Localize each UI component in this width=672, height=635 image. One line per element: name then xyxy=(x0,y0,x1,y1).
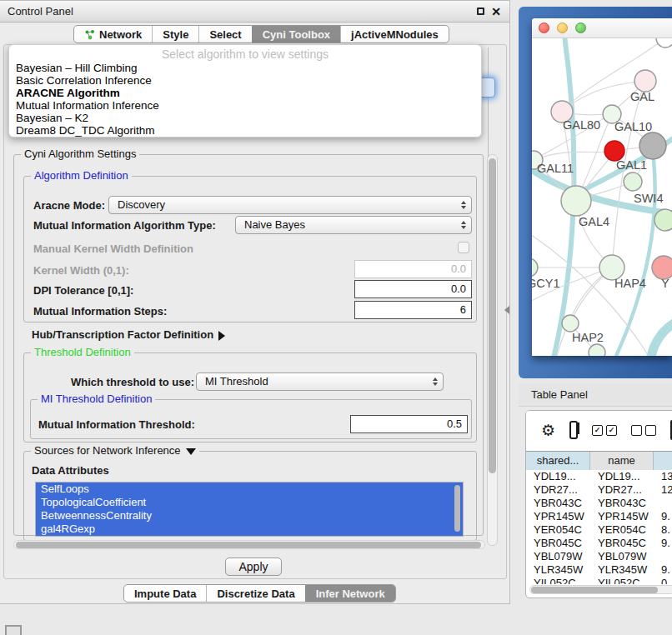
algorithm-option[interactable]: Dream8 DC_TDC Algorithm xyxy=(9,124,481,137)
apply-button[interactable]: Apply xyxy=(225,558,282,576)
stepper-icon xyxy=(461,201,466,209)
kernel-width-field[interactable]: 0.0 xyxy=(354,260,472,278)
close-icon[interactable]: ✕ xyxy=(491,5,501,18)
unchecked-box-icon xyxy=(645,425,656,436)
manual-kernel-checkbox[interactable] xyxy=(458,242,469,253)
network-node-gal[interactable] xyxy=(634,70,656,92)
table-row[interactable]: YDR27...YDR27...12 xyxy=(526,483,672,497)
table-row[interactable]: YER054CYER054C8. xyxy=(526,523,672,537)
node-label-group: GALGAL80GAL10GAL11GAL1SWI4GAL4GCY1HAP4YH… xyxy=(532,90,669,344)
hub-definition-expander[interactable]: Hub/Transcription Factor Definition xyxy=(32,328,225,341)
attribute-list-item[interactable]: BetweennessCentrality xyxy=(36,509,463,522)
deselect-all-checks-icon[interactable] xyxy=(631,425,656,436)
attribute-list-item[interactable]: gal4RGexp xyxy=(36,522,463,536)
settings-vertical-scrollbar[interactable] xyxy=(487,154,498,546)
group-border-fragment xyxy=(488,48,489,158)
node-label: GAL xyxy=(630,90,654,103)
group-title: MI Threshold Definition xyxy=(38,392,155,405)
table-cell xyxy=(654,550,672,563)
tab-discretize-data[interactable]: Discretize Data xyxy=(206,585,304,602)
settings-horizontal-scrollbar[interactable] xyxy=(13,540,485,549)
tab-style[interactable]: Style xyxy=(152,26,198,42)
attribute-list-item[interactable]: SelfLoops xyxy=(36,482,463,496)
column-header-name[interactable]: name xyxy=(590,452,654,470)
column-header-shared-name[interactable]: shared... xyxy=(526,452,590,470)
tab-cyni-toolbox[interactable]: Cyni Toolbox xyxy=(252,26,340,42)
checked-box-icon: ✓ xyxy=(606,425,617,436)
network-canvas[interactable]: GALGAL80GAL10GAL11GAL1SWI4GAL4GCY1HAP4YH… xyxy=(532,38,672,356)
scrollbar-thumb[interactable] xyxy=(489,158,496,473)
control-panel-titlebar: Control Panel xyxy=(0,1,509,22)
panel-divider-handle[interactable] xyxy=(504,306,509,314)
algorithm-option[interactable]: Basic Correlation Inference xyxy=(9,74,481,87)
network-node[interactable] xyxy=(639,132,666,159)
columns-icon[interactable] xyxy=(569,421,578,439)
data-attributes-list[interactable]: SelfLoopsTopologicalCoefficientBetweenne… xyxy=(35,482,464,537)
table-row[interactable]: YDL19...YDL19...13 xyxy=(526,470,672,483)
network-node-hap2[interactable] xyxy=(562,315,579,332)
gear-icon[interactable]: ⚙ xyxy=(541,422,555,438)
table-row[interactable]: YIL052CYIL052C0. xyxy=(526,577,672,584)
table-row[interactable]: YLR345WYLR345W9. xyxy=(526,563,672,577)
scrollbar-thumb[interactable] xyxy=(16,542,481,548)
network-node[interactable] xyxy=(589,344,605,356)
group-title: Algorithm Definition xyxy=(31,169,132,182)
tab-label: Impute Data xyxy=(134,588,196,600)
minimize-traffic-light[interactable] xyxy=(557,22,568,33)
tab-label: Select xyxy=(209,28,241,41)
mi-type-combobox[interactable]: Naive Bayes xyxy=(235,216,472,234)
table-cell: YLR345W xyxy=(590,563,654,577)
table-cell: YBL079W xyxy=(526,550,590,563)
table-cell: YBR043C xyxy=(526,497,590,510)
mi-type-label: Mutual Information Algorithm Type: xyxy=(33,219,216,232)
network-node-y[interactable] xyxy=(652,256,672,279)
dpi-tolerance-label: DPI Tolerance [0,1]: xyxy=(33,284,133,297)
table-header-row: shared... name A xyxy=(526,451,672,469)
tab-impute-data[interactable]: Impute Data xyxy=(124,585,206,602)
which-threshold-label: Which threshold to use: xyxy=(71,376,194,388)
algorithm-option[interactable]: Bayesian – K2 xyxy=(9,112,481,124)
aracne-mode-combobox[interactable]: Discovery xyxy=(108,196,472,214)
table-panel-title: Table Panel xyxy=(531,388,588,401)
table-body[interactable]: YDL19...YDL19...13YDR27...YDR27...12YBR0… xyxy=(526,470,672,584)
scrollbar-thumb[interactable] xyxy=(531,587,658,593)
mi-steps-label: Mutual Information Steps: xyxy=(33,305,167,318)
network-graph: GALGAL80GAL10GAL11GAL1SWI4GAL4GCY1HAP4YH… xyxy=(532,38,672,356)
which-threshold-combobox[interactable]: MI Threshold xyxy=(196,372,444,391)
table-horizontal-scrollbar[interactable] xyxy=(529,585,672,594)
mi-threshold-field[interactable]: 0.5 xyxy=(350,415,468,433)
list-scrollbar[interactable] xyxy=(454,485,460,532)
table-row[interactable]: YBR045CYBR045C9. xyxy=(526,537,672,550)
table-panel: ⚙ ✓✓ shared... name A YDL19...YDL19...13… xyxy=(525,410,672,598)
column-header-next[interactable]: A xyxy=(654,452,672,470)
network-window-titlebar xyxy=(532,18,672,38)
dpi-tolerance-field[interactable]: 0.0 xyxy=(354,280,472,298)
network-node[interactable] xyxy=(656,38,672,48)
aracne-mode-value: Discovery xyxy=(118,198,165,211)
mi-steps-field[interactable]: 6 xyxy=(354,301,472,319)
table-row[interactable]: YBR043CYBR043C xyxy=(526,497,672,510)
tab-network[interactable]: Network xyxy=(74,26,152,42)
zoom-traffic-light[interactable] xyxy=(575,22,586,33)
sources-collapse-header[interactable]: Sources for Network Inference xyxy=(31,444,199,457)
select-all-checks-icon[interactable]: ✓✓ xyxy=(592,425,617,436)
table-row[interactable]: YBL079WYBL079W xyxy=(526,550,672,563)
tab-jactivemnodules[interactable]: jActiveMNodules xyxy=(340,26,449,42)
algorithm-option[interactable]: Bayesian – Hill Climbing xyxy=(9,62,481,74)
node-label: HAP4 xyxy=(614,277,646,290)
algorithm-option[interactable]: ARACNE Algorithm xyxy=(9,87,481,99)
network-node-gal1[interactable] xyxy=(624,172,642,191)
clipped-corner-icon xyxy=(5,625,22,635)
close-traffic-light[interactable] xyxy=(539,22,549,33)
network-node-gal4[interactable] xyxy=(561,186,591,216)
attribute-list-item[interactable]: TopologicalCoefficient xyxy=(36,496,463,509)
table-row[interactable]: YPR145WYPR145W9. xyxy=(526,510,672,523)
algorithm-option[interactable]: Mutual Information Inference xyxy=(9,99,481,112)
network-node-gcy1[interactable] xyxy=(532,258,538,277)
tab-infer-network[interactable]: Infer Network xyxy=(305,585,395,602)
network-view-window: GALGAL80GAL10GAL11GAL1SWI4GAL4GCY1HAP4YH… xyxy=(519,7,672,378)
tab-select[interactable]: Select xyxy=(198,26,251,42)
table-cell: YBR045C xyxy=(590,537,654,550)
network-node-swi4[interactable] xyxy=(654,209,672,231)
float-window-icon[interactable] xyxy=(477,8,484,15)
